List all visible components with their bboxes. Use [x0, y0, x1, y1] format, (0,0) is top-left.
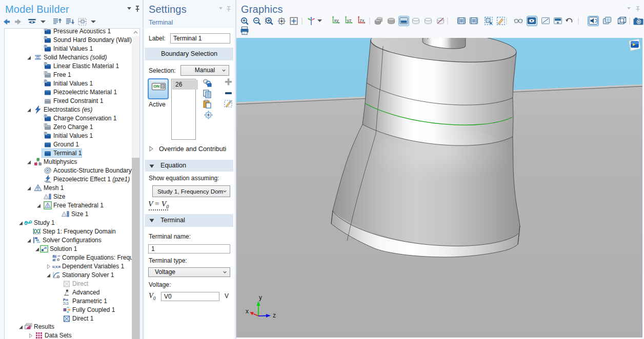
svg-text:zx: zx [360, 18, 365, 23]
svg-text:D: D [45, 114, 47, 117]
svg-text:213: 213 [63, 302, 69, 305]
svg-text:x: x [246, 308, 249, 315]
svg-text:D: D [45, 28, 47, 30]
svg-text:z: z [273, 312, 276, 319]
svg-text:yz: yz [347, 18, 352, 23]
svg-text:=f: =f [57, 255, 61, 258]
svg-text:au: au [53, 254, 57, 258]
svg-text:D: D [45, 45, 47, 48]
svg-text:at: at [53, 258, 56, 262]
svg-text:D: D [45, 123, 47, 126]
svg-text:D: D [45, 79, 47, 82]
svg-text:y: y [259, 294, 262, 301]
svg-text:Pi=: Pi= [63, 298, 68, 302]
svg-text:D: D [45, 36, 47, 39]
svg-text:D: D [45, 71, 47, 74]
svg-text:u,v,w: u,v,w [52, 265, 61, 269]
svg-text:D: D [45, 62, 47, 65]
svg-text:D: D [45, 132, 47, 135]
svg-text:xy: xy [334, 18, 339, 23]
